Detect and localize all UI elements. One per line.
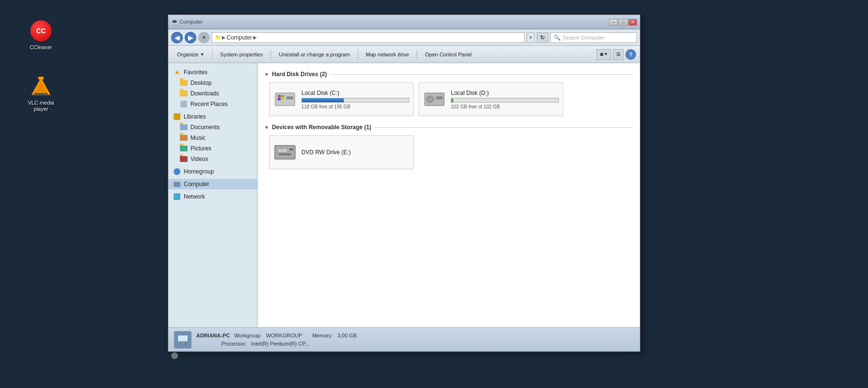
address-path-separator: ▶ <box>222 35 226 40</box>
ccleaner-label: CCleaner <box>30 44 52 51</box>
sidebar-item-computer[interactable]: Computer <box>168 179 257 189</box>
c-drive-item[interactable]: Local Disk (C:) 118 GB free of 195 GB <box>269 82 414 116</box>
d-drive-space: 102 GB free of 102 GB <box>451 104 559 109</box>
network-label: Network <box>184 193 205 200</box>
search-icon: 🔍 <box>554 34 561 41</box>
recent-places-icon <box>180 100 188 108</box>
uninstall-button[interactable]: Uninstall or change a program <box>274 48 354 61</box>
recent-button[interactable]: ▼ <box>198 32 210 43</box>
search-box[interactable]: 🔍 Search Computer <box>550 32 637 43</box>
removable-section-toggle[interactable]: ▼ <box>264 125 269 130</box>
toolbar: Organize ▼ System properties Uninstall o… <box>168 46 640 63</box>
d-drive-fill <box>451 98 453 102</box>
homegroup-icon <box>173 168 181 175</box>
view-icon-button[interactable]: ▦▼ <box>597 49 611 60</box>
documents-icon <box>180 123 188 131</box>
c-drive-info: Local Disk (C:) 118 GB free of 195 GB <box>301 90 409 109</box>
sidebar-item-homegroup[interactable]: Homegroup <box>168 166 257 177</box>
downloads-folder-icon <box>180 90 188 97</box>
music-icon <box>180 134 188 142</box>
organize-label: Organize <box>177 52 199 57</box>
ccleaner-desktop-icon[interactable]: CCleaner <box>22 19 60 51</box>
svg-text:DVD: DVD <box>279 148 287 153</box>
sidebar-item-recent-places[interactable]: Recent Places <box>168 99 257 109</box>
toolbar-divider-1 <box>212 50 213 59</box>
sidebar-item-pictures[interactable]: Pictures <box>168 143 257 154</box>
back-button[interactable]: ◀ <box>171 32 183 43</box>
processor-label: Processor: <box>221 341 247 347</box>
svg-rect-21 <box>289 148 293 150</box>
open-control-button[interactable]: Open Control Panel <box>420 48 476 61</box>
c-drive-icon-wrap <box>273 88 297 111</box>
sidebar: ★ Favorites Desktop Downloads <box>168 63 258 327</box>
vlc-desktop-icon[interactable]: VLC mediaplayer <box>22 75 60 112</box>
memory-label: Memory: <box>312 333 333 338</box>
maximize-button[interactable]: □ <box>619 19 627 26</box>
c-drive-name: Local Disk (C:) <box>301 90 409 96</box>
removable-section-line <box>374 127 633 128</box>
music-label: Music <box>190 134 205 141</box>
dvd-drive-name: DVD RW Drive (E:) <box>301 149 409 156</box>
toolbar-divider-4 <box>417 50 417 59</box>
recent-places-label: Recent Places <box>190 101 228 107</box>
map-network-label: Map network drive <box>366 52 409 57</box>
pc-name: ADRIANA-PC <box>196 333 230 338</box>
sidebar-item-desktop[interactable]: Desktop <box>168 78 257 88</box>
sidebar-item-videos[interactable]: Videos <box>168 154 257 164</box>
map-network-button[interactable]: Map network drive <box>361 48 414 61</box>
d-drive-name: Local Disk (D:) <box>451 90 559 96</box>
sidebar-item-music[interactable]: Music <box>168 133 257 143</box>
scroll-indicator <box>171 352 178 359</box>
drives-grid: Local Disk (C:) 118 GB free of 195 GB <box>264 82 633 116</box>
videos-icon <box>180 155 188 163</box>
d-drive-icon-wrap <box>423 88 446 111</box>
address-icon: 📁 <box>215 35 221 40</box>
window-title: 💻 Computer <box>171 19 203 25</box>
pc-icon <box>176 334 189 346</box>
svg-rect-14 <box>436 96 443 99</box>
sidebar-section-homegroup: Homegroup <box>168 166 257 177</box>
close-button[interactable]: ✕ <box>628 19 637 26</box>
system-properties-button[interactable]: System properties <box>216 48 268 61</box>
organize-button[interactable]: Organize ▼ <box>172 48 209 61</box>
dvd-drive-item[interactable]: DVD DVD RW Drive (E:) <box>269 135 414 169</box>
svg-rect-8 <box>281 95 284 97</box>
sidebar-item-downloads[interactable]: Downloads <box>168 88 257 99</box>
content-area: ★ Favorites Desktop Downloads <box>168 63 640 327</box>
documents-label: Documents <box>190 124 220 131</box>
address-field[interactable]: 📁 ▶ Computer ▶ <box>212 32 525 43</box>
hdd-section-line <box>330 74 633 75</box>
svg-rect-23 <box>178 335 188 341</box>
toolbar-right: ▦▼ ☰ ? <box>597 49 636 60</box>
c-drive-space: 118 GB free of 195 GB <box>301 104 409 109</box>
hdd-section-label: Hard Disk Drives (2) <box>272 71 327 78</box>
refresh-button[interactable]: ↻ <box>537 32 548 43</box>
hdd-section-toggle[interactable]: ▼ <box>264 72 269 77</box>
sidebar-section-libraries: Libraries Documents Music <box>168 111 257 164</box>
help-button[interactable]: ? <box>625 49 636 60</box>
libraries-icon <box>173 113 181 120</box>
sidebar-item-network[interactable]: Network <box>168 191 257 202</box>
sidebar-item-documents[interactable]: Documents <box>168 122 257 133</box>
sidebar-item-favorites[interactable]: ★ Favorites <box>168 67 257 78</box>
forward-button[interactable]: ▶ <box>185 32 196 43</box>
dvd-drive-info: DVD RW Drive (E:) <box>301 149 409 156</box>
pc-name-workgroup: ADRIANA-PC Workgroup: WORKGROUP Memory: … <box>196 332 357 340</box>
explorer-window: 💻 Computer – □ ✕ ◀ ▶ ▼ 📁 ▶ Computer ▶ ▼ … <box>168 14 640 352</box>
sidebar-item-libraries[interactable]: Libraries <box>168 111 257 122</box>
libraries-label: Libraries <box>184 113 206 120</box>
pictures-icon <box>180 145 188 152</box>
desktop-label: Desktop <box>190 80 212 86</box>
title-bar-left: 💻 Computer <box>171 19 203 25</box>
removable-grid: DVD DVD RW Drive (E:) <box>264 135 633 169</box>
dropdown-indicator[interactable]: ▼ <box>527 32 535 43</box>
svg-rect-1 <box>38 77 44 80</box>
d-drive-progress <box>451 98 559 103</box>
main-panel: ▼ Hard Disk Drives (2) <box>258 63 640 327</box>
organize-arrow: ▼ <box>200 52 204 57</box>
status-bar: ADRIANA-PC Workgroup: WORKGROUP Memory: … <box>168 327 640 351</box>
details-pane-button[interactable]: ☰ <box>613 49 624 60</box>
d-drive-item[interactable]: Local Disk (D:) 102 GB free of 102 GB <box>419 82 563 116</box>
c-drive-fill <box>302 98 344 102</box>
minimize-button[interactable]: – <box>609 19 618 26</box>
